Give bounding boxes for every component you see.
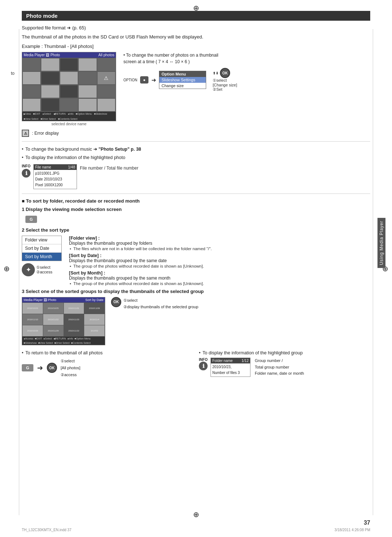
thumb2-footer-view: ■View Select (38, 342, 53, 344)
thumb2-grid: 2010/10/23 2010/10/25 2010/11/01 2010/11… (22, 302, 105, 337)
section-title: Photo mode (26, 13, 58, 19)
sort-by-month-title: [Sort by Month] : (69, 270, 370, 276)
folder-view-bullet: The files which are not in a folder will… (69, 247, 370, 251)
footer-return: ◀RETURN (53, 113, 66, 115)
info-file-name-label: File name (35, 165, 51, 169)
section-header: Photo mode (22, 11, 370, 21)
option-label-text: OPTION (123, 78, 137, 82)
return-right: To display the information of the highli… (199, 348, 370, 378)
dpad-step1: ①select (36, 265, 52, 270)
thumb2-cell: 2010/11/09 (84, 303, 105, 314)
sidebar-label: Using Media Player (377, 218, 385, 268)
info-disp-count: 1/12 (242, 359, 249, 363)
thumb2-footer-drive: ■Drive Select (54, 342, 70, 344)
thumb-cell (78, 85, 97, 98)
info-group-bullet: To display the information of the highli… (199, 350, 370, 357)
folder-name-label: Folder name, date or month (255, 370, 304, 377)
info-icon2: ℹ (199, 362, 208, 370)
ok-step2: ②display thumbnails of the selected grou… (123, 304, 198, 310)
thumb-cell (60, 72, 78, 85)
total-group-label: Total group number (255, 364, 304, 371)
thumb-cell (60, 58, 78, 71)
file-number-label: File number / Total file number (80, 166, 138, 171)
info-box-header: File name 1/48 (34, 164, 77, 170)
bullet1-bold: "Photo Setup" p. 38 (98, 147, 141, 152)
thumb-cell (23, 58, 41, 71)
sort-by-date-title: [Sort by Date] : (69, 253, 370, 258)
thumb-header-left: Media Player 🖼 Photo (24, 53, 60, 57)
thumb-cell (41, 72, 59, 85)
info-pixel-label: Pixel (35, 183, 43, 187)
sort-item-date: Sort by Date (22, 244, 61, 253)
info-icon-container2: INFO ℹ (199, 358, 208, 370)
thumb2-cell: 2010/11/10 (23, 314, 43, 325)
step2-heading: 2 Select the sort type (22, 227, 370, 233)
step1b-label: [Change size] (213, 83, 237, 87)
thumb2-footer-slide: ■Slideshow (24, 342, 37, 344)
sort-by-date-bullet: The group of the photos without recorded… (69, 264, 370, 268)
footer-drivesel: ■Drive Select (41, 118, 56, 120)
footer-exit: ■EXIT (33, 113, 40, 115)
return-ok-circle: OK (47, 363, 57, 373)
bullet-background-music: To change the background music ➜ "Photo … (22, 146, 370, 153)
thumb-box2: Media Player 🖼 Photo Sort by Date 2010/1… (22, 297, 105, 345)
thumb2-cell: 2010/10/23 (23, 303, 43, 314)
ok-circle: OK (111, 297, 121, 307)
info-icon-container: INFO ℹ (22, 164, 30, 178)
info-disp-date: 2010/10/23, (212, 364, 249, 370)
return-big-area: G ➜ OK ①select [All photos] ②access (22, 358, 193, 378)
info-file-count: 1/48 (68, 165, 75, 169)
divider1 (22, 141, 370, 142)
return-bullet: To return to the thumbnail of all photos (22, 350, 193, 357)
info-pixel-val: 1600X1200 (44, 183, 62, 187)
thumb2-footer: ●Access ■EXIT ●Select ◀RETURN ●Info ■Opt… (22, 337, 105, 345)
return-section: To return to the thumbnail of all photos… (22, 348, 370, 378)
step1-heading: 1 Display the viewing mode selection scr… (22, 207, 370, 212)
sort-by-month-desc: Displays the thumbnails grouped by the s… (69, 276, 370, 281)
thumb2-header: Media Player 🖼 Photo Sort by Date (22, 297, 105, 302)
return-arrow-icon: ➜ (37, 363, 43, 372)
arrow-right-icon: ➜ (151, 77, 156, 84)
footer-select: ●Select (42, 113, 51, 115)
sort-box-container: Folder view Sort by Date Sort by Month ✦… (22, 236, 62, 276)
g-button: G (25, 216, 37, 223)
folder-view-desc: Displays the thumbnails grouped by folde… (69, 241, 370, 246)
return-step1: ①select (61, 358, 80, 365)
info-pixel-row: Pixel 1600X1200 (35, 182, 75, 188)
thumb2-footer-return: ◀RETURN (53, 337, 66, 340)
ok-diagram: OK ①select ②display thumbnails of the se… (111, 297, 370, 310)
dpad-steps: ①select ②access (36, 265, 52, 274)
footer-option: ■Option Menu (76, 113, 92, 115)
sort-type-area: Folder view Sort by Date Sort by Month ✦… (22, 236, 370, 286)
dpad-icon: ✦ (22, 263, 35, 276)
step3-right: OK ①select ②display thumbnails of the se… (111, 297, 370, 310)
thumb-cell (23, 72, 41, 85)
info-date-label: Date (35, 177, 43, 181)
device-label: selected device name (22, 122, 116, 126)
dpad-step2: ②access (36, 270, 52, 274)
thumb2-footer-select: ●Select (44, 337, 52, 340)
thumb2-header-left: Media Player 🖼 Photo (24, 298, 56, 302)
thumb2-cell: 2010/11/23 (64, 314, 84, 325)
thumb-cell (23, 98, 41, 111)
footer-left: TH_L32C30KMTX_EN.indd 37 (22, 528, 72, 532)
footer-slideshow: ■Slideshow (94, 113, 107, 115)
thumb2-footer-access: ●Access (24, 337, 33, 340)
page-ref: (p. 65) (72, 25, 86, 30)
footer-contentssel: ■Contents Select (58, 118, 78, 120)
to-label: to (11, 71, 15, 76)
footer-view: ▶View (24, 113, 31, 115)
ok-btn-diagram: ⬆⬇ OK ①select [Change size] ②Set (213, 68, 237, 92)
thumb-cell (41, 58, 59, 71)
thumb-cell (23, 85, 41, 98)
option-button: ● (140, 76, 148, 84)
info-disp-folder-label: Folder name (212, 359, 233, 363)
option-menu-item-changesize: Change size (159, 83, 206, 89)
option-diagram: OPTION ● ➜ Option Menu Slideshow Setting… (123, 68, 370, 92)
return-step3: ②access (61, 371, 80, 378)
info-display-box: Folder name 1/12 2010/10/23, Number of f… (211, 358, 250, 377)
return-g-button: G (22, 364, 33, 371)
g-button-container: G (25, 214, 370, 224)
thumb-cell (78, 72, 97, 85)
info-filename-val: p1010001.JPG (35, 171, 75, 176)
